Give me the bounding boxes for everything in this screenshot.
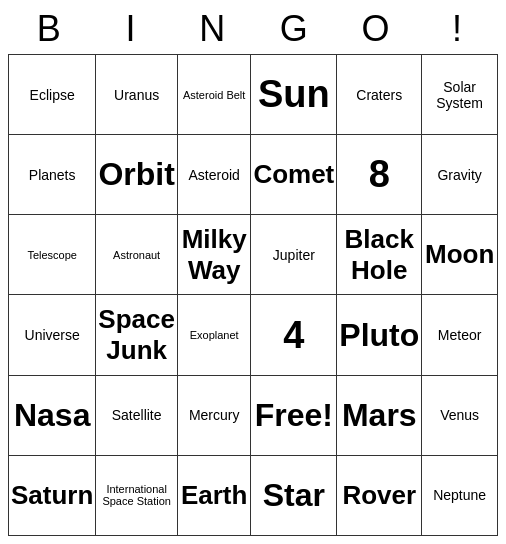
grid-cell: Asteroid Belt (177, 55, 250, 135)
grid-cell: Planets (9, 135, 96, 215)
grid-cell: Neptune (422, 455, 498, 535)
grid-cell: Solar System (422, 55, 498, 135)
grid-cell: Nasa (9, 375, 96, 455)
grid-cell: Rover (337, 455, 422, 535)
bingo-title: BINGO! (8, 8, 498, 50)
grid-cell: 8 (337, 135, 422, 215)
grid-cell: Jupiter (251, 215, 337, 295)
title-letter: O (335, 8, 415, 50)
title-letter: G (254, 8, 334, 50)
grid-cell: Mercury (177, 375, 250, 455)
grid-cell: Venus (422, 375, 498, 455)
grid-cell: Gravity (422, 135, 498, 215)
grid-cell: Meteor (422, 295, 498, 375)
grid-cell: Black Hole (337, 215, 422, 295)
grid-cell: Pluto (337, 295, 422, 375)
grid-cell: Exoplanet (177, 295, 250, 375)
title-letter: N (172, 8, 252, 50)
grid-cell: Free! (251, 375, 337, 455)
grid-cell: Space Junk (96, 295, 178, 375)
grid-cell: Saturn (9, 455, 96, 535)
grid-cell: Orbit (96, 135, 178, 215)
bingo-grid: EclipseUranusAsteroid BeltSunCratersSola… (8, 54, 498, 536)
grid-cell: Moon (422, 215, 498, 295)
grid-cell: Uranus (96, 55, 178, 135)
grid-cell: Craters (337, 55, 422, 135)
grid-cell: Sun (251, 55, 337, 135)
title-letter: ! (417, 8, 497, 50)
grid-cell: Earth (177, 455, 250, 535)
grid-cell: Mars (337, 375, 422, 455)
grid-cell: Milky Way (177, 215, 250, 295)
grid-cell: Telescope (9, 215, 96, 295)
grid-cell: Satellite (96, 375, 178, 455)
grid-cell: Comet (251, 135, 337, 215)
grid-cell: Astronaut (96, 215, 178, 295)
grid-cell: Asteroid (177, 135, 250, 215)
grid-cell: Star (251, 455, 337, 535)
title-letter: B (9, 8, 89, 50)
grid-cell: 4 (251, 295, 337, 375)
title-letter: I (90, 8, 170, 50)
grid-cell: Eclipse (9, 55, 96, 135)
grid-cell: Universe (9, 295, 96, 375)
grid-cell: International Space Station (96, 455, 178, 535)
